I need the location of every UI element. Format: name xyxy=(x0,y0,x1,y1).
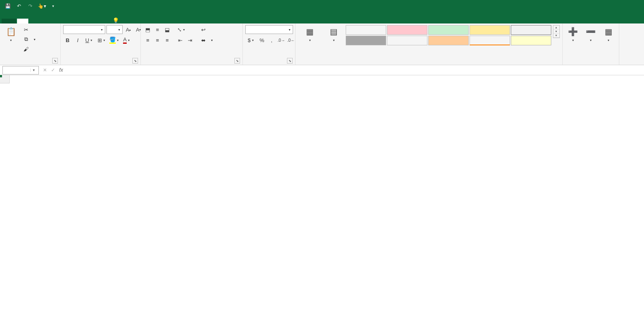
fill-color-button[interactable]: 🪣▼ xyxy=(108,36,120,45)
tell-me-search[interactable]: 💡 xyxy=(113,17,121,23)
style-check-cell[interactable] xyxy=(346,36,386,45)
format-painter-button[interactable]: 🖌 xyxy=(21,45,38,53)
redo-icon[interactable]: ↷ xyxy=(26,2,35,11)
style-neutral[interactable] xyxy=(470,25,510,35)
insert-cells-button[interactable]: ➕▼ xyxy=(565,25,581,43)
cancel-formula-icon[interactable]: ✕ xyxy=(41,67,49,73)
group-clipboard: 📋 ▼ ✂ ⧉▼ 🖌 ⬊ xyxy=(0,23,61,65)
brush-icon: 🖌 xyxy=(23,46,29,52)
lightbulb-icon: 💡 xyxy=(113,17,119,23)
format-cells-button[interactable]: ▦▼ xyxy=(600,25,616,43)
style-linked-cell[interactable] xyxy=(470,36,510,45)
style-note[interactable] xyxy=(511,36,551,45)
cut-button[interactable]: ✂ xyxy=(21,25,38,34)
increase-decimal-button[interactable]: .0→ xyxy=(277,36,286,45)
grid-area xyxy=(0,75,644,328)
style-normal[interactable] xyxy=(346,25,386,35)
formula-input[interactable] xyxy=(67,66,644,75)
copy-icon: ⧉ xyxy=(23,36,29,43)
name-box[interactable]: ▼ xyxy=(2,66,39,75)
tab-page-layout[interactable] xyxy=(51,19,62,23)
delete-cells-icon: ➖ xyxy=(585,26,597,37)
tab-draw[interactable] xyxy=(40,19,51,23)
align-bottom-button[interactable]: ⬓ xyxy=(163,25,172,34)
style-gallery-more[interactable]: ▴▾▾ xyxy=(553,25,560,38)
tab-insert[interactable] xyxy=(28,19,40,23)
style-input[interactable] xyxy=(428,36,469,45)
align-center-button[interactable]: ≡ xyxy=(153,36,162,45)
wrap-icon: ↩ xyxy=(200,26,206,33)
name-box-dropdown[interactable]: ▼ xyxy=(30,68,37,72)
group-cells: ➕▼ ➖▼ ▦▼ xyxy=(563,23,619,65)
underline-button[interactable]: U▼ xyxy=(83,36,95,45)
insert-cells-icon: ➕ xyxy=(567,26,579,37)
border-icon: ⊞ xyxy=(98,37,102,43)
title-bar: 💾 ↶ ↷ 👆▾ ▾ xyxy=(0,0,644,12)
conditional-formatting-button[interactable]: ▦ ▼ xyxy=(298,25,322,43)
orientation-button[interactable]: ⤡▼ xyxy=(176,25,187,34)
borders-button[interactable]: ⊞▼ xyxy=(96,36,107,45)
orientation-icon: ⤡ xyxy=(177,27,182,33)
wrap-text-button[interactable]: ↩ xyxy=(198,25,247,34)
font-color-button[interactable]: A▼ xyxy=(121,36,132,45)
align-left-button[interactable]: ≡ xyxy=(143,36,152,45)
paste-button[interactable]: 📋 ▼ xyxy=(2,25,19,43)
quick-access-toolbar: 💾 ↶ ↷ 👆▾ ▾ xyxy=(0,2,61,11)
select-all-corner[interactable] xyxy=(0,75,10,83)
ribbon-tabs: 💡 xyxy=(0,12,644,23)
tab-home[interactable] xyxy=(17,19,28,23)
formula-bar: ▼ ✕ ✓ fx xyxy=(0,65,644,75)
decrease-indent-button[interactable]: ⇤ xyxy=(176,36,185,45)
font-name-select[interactable]: ▼ xyxy=(63,25,105,34)
font-size-select[interactable]: ▼ xyxy=(106,25,123,34)
ribbon: 📋 ▼ ✂ ⧉▼ 🖌 ⬊ ▼ ▼ A▴ A▾ B I U▼ xyxy=(0,23,644,65)
group-alignment: ⬒ ≡ ⬓ ⤡▼ ≡ ≡ ≡ ⇤ ⇥ ↩ ⬌▼ ⬊ xyxy=(141,23,243,65)
align-top-button[interactable]: ⬒ xyxy=(143,25,152,34)
tab-view[interactable] xyxy=(96,19,108,23)
percent-format-button[interactable]: % xyxy=(257,36,266,45)
style-good[interactable] xyxy=(428,25,469,35)
bold-button[interactable]: B xyxy=(63,36,72,45)
enter-formula-icon[interactable]: ✓ xyxy=(49,67,57,73)
merge-center-button[interactable]: ⬌▼ xyxy=(198,36,247,45)
cell-styles-gallery[interactable] xyxy=(346,25,551,45)
insert-function-icon[interactable]: fx xyxy=(57,67,65,73)
increase-indent-button[interactable]: ⇥ xyxy=(185,36,194,45)
undo-icon[interactable]: ↶ xyxy=(15,2,23,11)
copy-button[interactable]: ⧉▼ xyxy=(21,35,38,44)
group-styles: ▦ ▼ ▤ ▼ xyxy=(295,23,563,65)
group-font: ▼ ▼ A▴ A▾ B I U▼ ⊞▼ 🪣▼ A▼ ⬊ xyxy=(61,23,141,65)
accounting-format-button[interactable]: $▼ xyxy=(245,36,257,45)
font-dialog-launcher[interactable]: ⬊ xyxy=(132,58,138,64)
table-icon: ▤ xyxy=(328,26,340,37)
tab-data[interactable] xyxy=(74,19,85,23)
tab-formulas[interactable] xyxy=(62,19,74,23)
touch-mode-icon[interactable]: 👆▾ xyxy=(37,2,46,11)
style-calculation[interactable] xyxy=(511,25,551,35)
qat-customize-icon[interactable]: ▾ xyxy=(49,2,57,11)
group-number: ▼ $▼ % , .0→ .0← ⬊ xyxy=(243,23,295,65)
comma-format-button[interactable]: , xyxy=(267,36,276,45)
format-cells-icon: ▦ xyxy=(603,26,614,37)
style-explanatory[interactable] xyxy=(387,36,427,45)
alignment-dialog-launcher[interactable]: ⬊ xyxy=(234,58,240,64)
decrease-decimal-button[interactable]: .0← xyxy=(287,36,295,45)
align-middle-button[interactable]: ≡ xyxy=(153,25,162,34)
bucket-icon: 🪣 xyxy=(109,36,116,44)
delete-cells-button[interactable]: ➖▼ xyxy=(583,25,599,43)
scissors-icon: ✂ xyxy=(23,26,29,33)
number-dialog-launcher[interactable]: ⬊ xyxy=(287,58,293,64)
name-box-input[interactable] xyxy=(3,67,30,73)
save-icon[interactable]: 💾 xyxy=(3,2,12,11)
clipboard-dialog-launcher[interactable]: ⬊ xyxy=(52,58,58,64)
tab-review[interactable] xyxy=(85,19,96,23)
conditional-formatting-icon: ▦ xyxy=(304,26,316,37)
grow-font-button[interactable]: A▴ xyxy=(124,25,133,34)
font-color-icon: A xyxy=(123,36,127,44)
number-format-select[interactable]: ▼ xyxy=(245,25,293,34)
tab-file[interactable] xyxy=(2,19,16,23)
align-right-button[interactable]: ≡ xyxy=(163,36,172,45)
style-bad[interactable] xyxy=(387,25,427,35)
format-as-table-button[interactable]: ▤ ▼ xyxy=(324,25,344,43)
italic-button[interactable]: I xyxy=(73,36,82,45)
